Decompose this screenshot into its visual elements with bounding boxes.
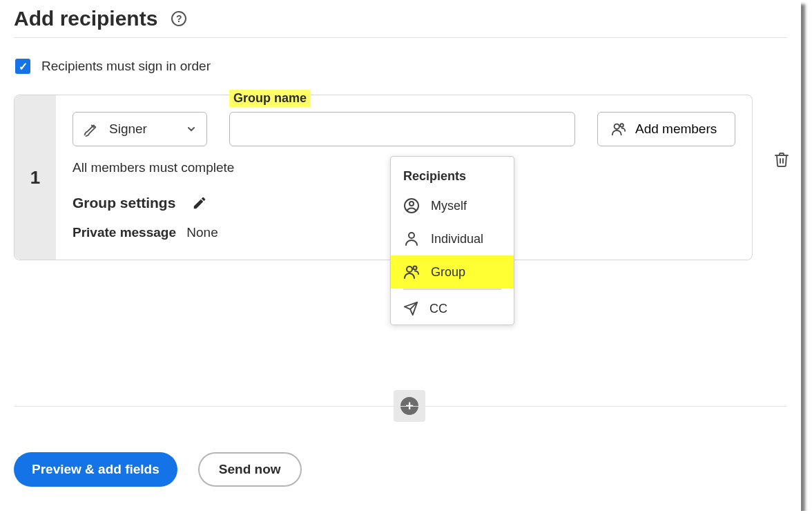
section-divider [14,406,787,407]
pen-icon [83,122,98,137]
help-icon[interactable]: ? [171,11,186,26]
svg-point-3 [409,202,414,206]
group-icon [610,122,627,137]
svg-point-6 [414,266,417,270]
add-members-button[interactable]: Add members [597,112,735,146]
group-icon [403,264,420,280]
preview-add-fields-button[interactable]: Preview & add fields [14,452,177,487]
dropdown-item-myself[interactable]: Myself [391,189,514,222]
dropdown-item-label: Myself [431,199,467,213]
page-title: Add recipients [14,7,157,30]
group-name-field-label: Group name [229,90,311,107]
dropdown-item-label: Group [431,265,465,280]
add-members-label: Add members [635,122,717,137]
user-circle-icon [403,197,420,214]
recipient-sequence-number: 1 [14,95,56,260]
person-icon [403,231,420,247]
svg-point-4 [409,233,414,238]
role-label: Signer [109,122,147,137]
dropdown-item-label: Individual [431,232,483,246]
chevron-down-icon [186,124,197,135]
dropdown-divider [403,289,501,290]
send-now-button[interactable]: Send now [198,452,302,487]
dropdown-item-individual[interactable]: Individual [391,222,514,255]
recipient-block: 1 Signer Group name [14,95,753,260]
recipients-dropdown: Recipients Myself Individual Group CC [390,156,514,325]
dropdown-item-group[interactable]: Group [391,255,514,289]
sign-in-order-label: Recipients must sign in order [41,59,211,74]
svg-point-5 [407,266,412,272]
group-settings-label: Group settings [72,195,175,211]
private-message-value: None [186,225,218,240]
dropdown-header: Recipients [391,161,514,189]
sign-in-order-checkbox[interactable] [15,59,30,74]
group-name-input[interactable] [229,112,575,146]
edit-icon[interactable] [192,195,207,211]
dropdown-item-cc[interactable]: CC [391,293,514,324]
dropdown-item-label: CC [429,302,447,316]
role-select[interactable]: Signer [72,112,207,146]
svg-point-0 [615,124,619,129]
private-message-label: Private message [72,225,176,240]
delete-recipient-icon[interactable] [773,151,790,168]
svg-point-1 [620,124,624,127]
send-icon [403,301,418,316]
